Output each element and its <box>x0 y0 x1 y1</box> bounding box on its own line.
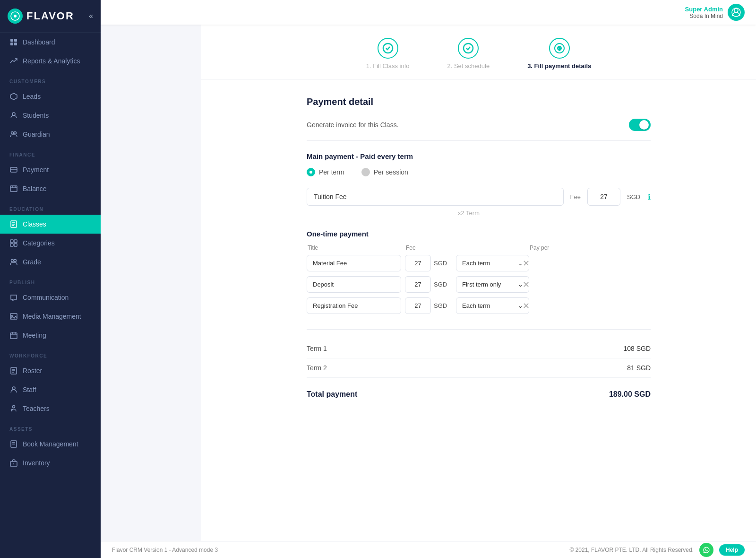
term-1-label: Term 1 <box>307 345 327 352</box>
sidebar-item-guardian[interactable]: Guardian <box>0 125 101 144</box>
sidebar-item-label-staff: Staff <box>23 386 36 393</box>
sidebar-item-label-book: Book Management <box>23 440 78 448</box>
per-session-radio[interactable]: Per session <box>361 168 408 176</box>
sidebar-collapse-button[interactable]: « <box>89 12 93 20</box>
per-term-radio[interactable]: Per term <box>307 168 344 176</box>
whatsapp-button[interactable] <box>699 543 713 557</box>
sidebar-item-reports[interactable]: Reports & Analytics <box>0 52 101 70</box>
one-time-row-material: SGD Each term ⌄ ✕ <box>307 255 651 271</box>
book-icon <box>9 440 18 448</box>
svg-point-9 <box>14 132 17 134</box>
media-icon <box>9 312 18 321</box>
tuition-fee-currency: SGD <box>627 193 641 201</box>
sidebar-item-label-payment: Payment <box>23 166 49 174</box>
material-fee-remove-button[interactable]: ✕ <box>488 258 564 269</box>
deposit-title-input[interactable] <box>307 276 401 293</box>
sidebar-item-roster[interactable]: Roster <box>0 361 101 380</box>
sidebar-item-media[interactable]: Media Management <box>0 307 101 326</box>
step-2-label: 2. Set schedule <box>447 62 490 70</box>
col-payper: Pay per <box>530 244 650 251</box>
sidebar-item-classes[interactable]: Classes <box>0 215 101 234</box>
tuition-fee-label: Fee <box>570 193 581 201</box>
header-avatar <box>728 4 745 21</box>
material-fee-amount-group: SGD <box>405 255 452 271</box>
per-session-label: Per session <box>374 168 408 176</box>
sidebar-item-students[interactable]: Students <box>0 106 101 125</box>
registration-fee-amount-group: SGD <box>405 297 452 314</box>
registration-fee-title-input[interactable] <box>307 297 401 314</box>
staff-icon <box>9 385 18 394</box>
svg-rect-2 <box>10 39 13 42</box>
svg-text:$: $ <box>558 46 561 51</box>
tuition-fee-input[interactable] <box>307 188 564 206</box>
sidebar-item-staff[interactable]: Staff <box>0 380 101 399</box>
sidebar-logo: FLAVOR « <box>0 0 101 33</box>
registration-fee-amount-input[interactable] <box>405 297 431 314</box>
sidebar-item-leads[interactable]: Leads <box>0 87 101 106</box>
steps-bar: 1. Fill Class info 2. Set schedule $ 3. … <box>201 25 756 79</box>
section-workforce: WORKFORCE <box>0 345 101 361</box>
svg-rect-22 <box>10 244 13 246</box>
roster-icon <box>9 366 18 375</box>
sidebar-item-inventory[interactable]: Inventory <box>0 453 101 472</box>
main-payment-label: Main payment - Paid every term <box>307 152 651 160</box>
sidebar-item-label-media: Media Management <box>23 313 81 320</box>
sidebar-item-label-communication: Communication <box>23 294 69 301</box>
sidebar-item-payment[interactable]: Payment <box>0 160 101 179</box>
dashboard-icon <box>9 38 18 46</box>
generate-invoice-row: Generate invoice for this Class. <box>307 119 651 141</box>
sidebar-item-balance[interactable]: Balance <box>0 179 101 198</box>
svg-rect-20 <box>10 240 13 243</box>
footer: Flavor CRM Version 1 - Advanced mode 3 ©… <box>101 541 756 558</box>
grade-icon <box>9 258 18 266</box>
deposit-amount-input[interactable] <box>405 276 431 293</box>
material-fee-title-input[interactable] <box>307 255 401 271</box>
svg-point-27 <box>12 315 13 317</box>
sidebar-item-grade[interactable]: Grade <box>0 253 101 271</box>
tuition-fee-row: Fee SGD ℹ <box>307 188 651 206</box>
sidebar-item-label-classes: Classes <box>23 220 46 228</box>
header-company: Soda In Mind <box>685 13 723 19</box>
footer-right: © 2021, FLAVOR PTE. LTD. All Rights Rese… <box>569 543 745 557</box>
svg-point-1 <box>14 15 17 17</box>
tuition-fee-amount[interactable] <box>587 188 620 206</box>
step-2-circle <box>458 38 479 59</box>
svg-rect-4 <box>10 43 13 45</box>
material-fee-payper-value: Each term <box>462 260 490 267</box>
x2-term-label: x2 Term <box>458 209 651 217</box>
header-username: Super Admin <box>685 6 723 13</box>
total-payment-amount: 189.00 SGD <box>609 390 651 399</box>
sidebar-item-book[interactable]: Book Management <box>0 435 101 453</box>
material-fee-amount-input[interactable] <box>405 255 431 271</box>
sidebar-item-label-balance: Balance <box>23 185 47 192</box>
invoice-toggle[interactable] <box>629 119 651 131</box>
sidebar-item-label-inventory: Inventory <box>23 459 50 467</box>
logo-icon <box>8 9 23 24</box>
deposit-amount-group: SGD <box>405 276 452 293</box>
svg-point-7 <box>12 113 15 115</box>
sidebar-item-teachers[interactable]: Teachers <box>0 399 101 418</box>
registration-fee-remove-button[interactable]: ✕ <box>488 301 564 311</box>
sidebar-item-categories[interactable]: Categories <box>0 234 101 253</box>
main-content: 1. Fill Class info 2. Set schedule $ 3. … <box>201 25 756 558</box>
section-customers: CUSTOMERS <box>0 70 101 87</box>
svg-rect-23 <box>14 244 17 246</box>
sidebar-item-meeting[interactable]: Meeting <box>0 326 101 345</box>
deposit-remove-button[interactable]: ✕ <box>488 279 564 290</box>
term-1-amount: 108 SGD <box>623 345 651 352</box>
total-payment-label: Total payment <box>307 390 357 399</box>
deposit-currency: SGD <box>434 281 447 288</box>
footer-copyright: © 2021, FLAVOR PTE. LTD. All Rights Rese… <box>569 547 694 553</box>
header: Super Admin Soda In Mind <box>101 0 756 25</box>
info-icon[interactable]: ℹ <box>648 192 651 201</box>
term-summary: Term 1 108 SGD Term 2 81 SGD Total payme… <box>307 329 651 399</box>
sidebar-item-label-leads: Leads <box>23 93 41 100</box>
sidebar: FLAVOR « Dashboard Reports & Analytics C… <box>0 0 101 558</box>
header-user: Super Admin Soda In Mind <box>685 4 745 21</box>
sidebar-item-communication[interactable]: Communication <box>0 288 101 307</box>
registration-fee-payper-value: Each term <box>462 302 490 309</box>
sidebar-item-dashboard[interactable]: Dashboard <box>0 33 101 52</box>
help-button[interactable]: Help <box>719 544 745 556</box>
step-1-circle <box>378 38 398 59</box>
svg-point-24 <box>11 260 14 262</box>
